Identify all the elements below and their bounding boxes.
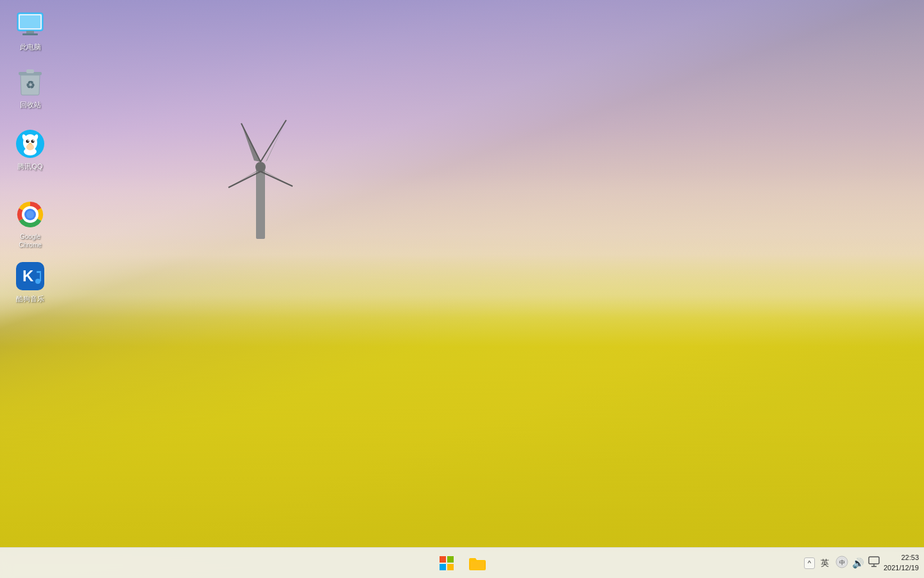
svg-rect-37 xyxy=(440,556,446,563)
tray-overflow-label: ^ xyxy=(808,559,811,567)
svg-rect-39 xyxy=(440,564,446,570)
ime-icon: 中 xyxy=(835,556,848,568)
svg-text:中: 中 xyxy=(839,559,844,566)
my-computer-label: 此电脑 xyxy=(20,42,41,51)
tray-overflow-button[interactable]: ^ xyxy=(804,557,815,569)
svg-line-7 xyxy=(261,120,286,162)
svg-rect-16 xyxy=(26,69,34,73)
language-indicator[interactable]: 英 xyxy=(819,557,832,569)
my-computer-icon xyxy=(15,9,46,40)
svg-rect-40 xyxy=(447,564,454,570)
recycle-bin-label: 回收站 xyxy=(20,100,41,109)
google-chrome-label: Google Chrome xyxy=(8,232,53,249)
svg-rect-41 xyxy=(469,561,486,569)
recycle-bin-icon: ♻ xyxy=(15,67,46,98)
system-clock[interactable]: 22:53 2021/12/19 xyxy=(884,553,919,573)
network-icon xyxy=(868,556,880,568)
clock-date: 2021/12/19 xyxy=(884,563,919,573)
desktop-icon-recycle-bin[interactable]: ♻ 回收站 xyxy=(5,64,55,112)
taskbar-right: ^ 英 中 🔊 xyxy=(804,553,924,573)
svg-text:K: K xyxy=(22,267,34,285)
svg-rect-36 xyxy=(37,271,41,273)
desktop-icon-kuwo-music[interactable]: K 酷狗音乐 xyxy=(5,258,55,306)
svg-point-31 xyxy=(26,211,34,218)
speaker-button[interactable]: 🔊 xyxy=(852,557,864,569)
svg-point-28 xyxy=(26,144,34,150)
svg-rect-44 xyxy=(869,557,879,564)
taskbar-center xyxy=(432,549,492,577)
svg-point-21 xyxy=(31,140,35,143)
svg-marker-3 xyxy=(266,120,286,162)
svg-point-20 xyxy=(26,140,30,143)
svg-rect-0 xyxy=(256,168,265,239)
kuwo-music-label: 酷狗音乐 xyxy=(16,294,44,303)
svg-rect-13 xyxy=(22,33,38,35)
desktop: 此电脑 ♻ 回收站 xyxy=(0,0,924,578)
speaker-icon: 🔊 xyxy=(852,557,864,568)
desktop-icon-my-computer[interactable]: 此电脑 xyxy=(5,6,55,54)
ime-button[interactable]: 中 xyxy=(835,556,848,571)
svg-point-34 xyxy=(35,279,40,284)
tencent-qq-icon xyxy=(15,128,46,159)
desktop-icon-google-chrome[interactable]: Google Chrome xyxy=(5,197,55,252)
start-button[interactable] xyxy=(432,549,461,577)
windmill-decoration xyxy=(222,104,299,245)
desktop-icon-tencent-qq[interactable]: 腾讯QQ xyxy=(5,126,55,173)
clock-time: 22:53 xyxy=(884,553,919,563)
language-label: 英 xyxy=(821,558,829,568)
file-explorer-button[interactable] xyxy=(463,549,492,577)
svg-point-22 xyxy=(28,140,29,141)
svg-point-1 xyxy=(255,162,266,172)
kuwo-music-icon: K xyxy=(15,261,46,292)
tencent-qq-label: 腾讯QQ xyxy=(17,162,42,171)
svg-rect-14 xyxy=(20,15,40,28)
svg-line-9 xyxy=(261,171,293,186)
svg-point-23 xyxy=(33,140,34,141)
svg-rect-38 xyxy=(447,556,454,563)
field-overlay xyxy=(0,234,924,552)
network-button[interactable] xyxy=(868,556,880,570)
google-chrome-icon xyxy=(15,199,46,230)
svg-rect-12 xyxy=(26,31,34,33)
svg-line-8 xyxy=(228,171,261,188)
file-explorer-icon xyxy=(469,556,486,570)
taskbar: ^ 英 中 🔊 xyxy=(0,547,924,578)
svg-text:♻: ♻ xyxy=(26,80,35,91)
svg-line-6 xyxy=(241,123,261,162)
windows-logo-icon xyxy=(440,556,454,570)
